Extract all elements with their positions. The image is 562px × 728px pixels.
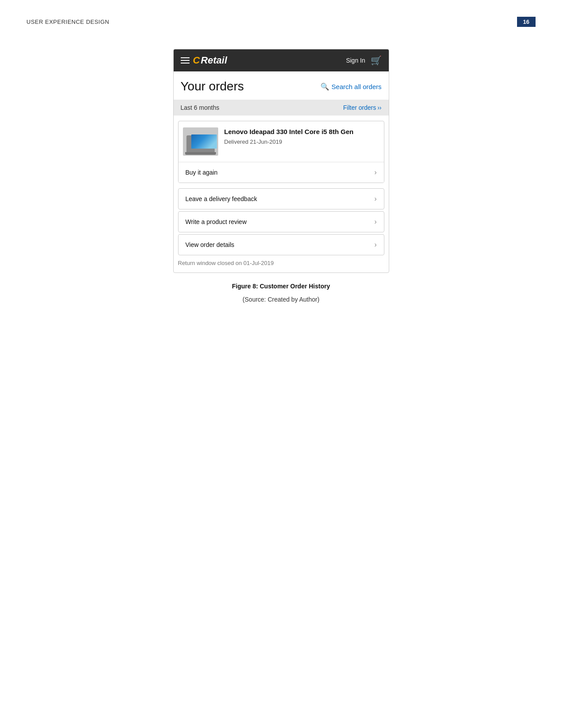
order-details-chevron-icon: › (374, 241, 376, 249)
order-details-action[interactable]: View order details › (178, 234, 384, 255)
order-details-label: View order details (186, 241, 234, 248)
delivery-feedback-label: Leave a delivery feedback (186, 195, 257, 202)
product-name: Lenovo Ideapad 330 Intel Core i5 8th Gen (224, 127, 378, 136)
search-orders-button[interactable]: 🔍 Search all orders (320, 82, 381, 91)
orders-header: Your orders 🔍 Search all orders (174, 71, 389, 100)
cart-icon[interactable]: 🛒 (371, 55, 382, 66)
brand-c-letter: C (193, 55, 200, 66)
delivery-feedback-action[interactable]: Leave a delivery feedback › (178, 188, 384, 209)
buy-again-chevron-icon: › (374, 168, 376, 176)
brand-logo[interactable]: C Retail (193, 55, 227, 66)
product-image (183, 127, 218, 156)
product-info: Lenovo Ideapad 330 Intel Core i5 8th Gen… (224, 127, 378, 145)
nav-bar: C Retail Sign In 🛒 (174, 49, 389, 71)
page-number: 16 (517, 17, 536, 27)
search-orders-label: Search all orders (331, 83, 381, 90)
figure-source: (Source: Created by Author) (242, 296, 319, 303)
product-review-label: Write a product review (186, 218, 247, 225)
laptop-screen-shape (191, 134, 217, 149)
delivery-feedback-chevron-icon: › (374, 195, 376, 203)
product-section: Lenovo Ideapad 330 Intel Core i5 8th Gen… (179, 121, 384, 162)
nav-left: C Retail (181, 55, 227, 66)
product-review-chevron-icon: › (374, 218, 376, 226)
laptop-screen-content (191, 134, 217, 149)
document-title: USER EXPERIENCE DESIGN (26, 19, 109, 25)
sign-in-button[interactable]: Sign In (346, 57, 365, 64)
buy-again-action[interactable]: Buy it again › (179, 162, 384, 183)
filter-bar: Last 6 months Filter orders ›› (174, 100, 389, 116)
main-content: C Retail Sign In 🛒 Your orders 🔍 Search … (0, 36, 562, 316)
laptop-base-shape (185, 152, 216, 155)
orders-title: Your orders (181, 79, 244, 93)
product-review-action[interactable]: Write a product review › (178, 211, 384, 232)
nav-right: Sign In 🛒 (346, 55, 382, 66)
order-card: Lenovo Ideapad 330 Intel Core i5 8th Gen… (178, 121, 384, 183)
extra-actions: Leave a delivery feedback › Write a prod… (178, 188, 384, 255)
return-window-text: Return window closed on 01-Jul-2019 (178, 260, 274, 266)
buy-again-label: Buy it again (186, 169, 218, 176)
return-window: Return window closed on 01-Jul-2019 (174, 255, 389, 273)
filter-orders-link[interactable]: Filter orders ›› (343, 104, 381, 111)
filter-chevron-icon: ›› (377, 104, 381, 111)
product-delivery-status: Delivered 21-Jun-2019 (224, 138, 378, 145)
search-icon: 🔍 (320, 82, 329, 91)
hamburger-icon[interactable] (181, 57, 190, 63)
phone-ui-mockup: C Retail Sign In 🛒 Your orders 🔍 Search … (173, 49, 389, 273)
filter-period: Last 6 months (181, 104, 220, 111)
brand-retail-text: Retail (201, 55, 227, 66)
figure-caption: Figure 8: Customer Order History (232, 283, 330, 290)
filter-orders-label: Filter orders (343, 104, 376, 111)
laptop-body-shape (186, 135, 215, 153)
page-header: USER EXPERIENCE DESIGN 16 (0, 0, 562, 36)
